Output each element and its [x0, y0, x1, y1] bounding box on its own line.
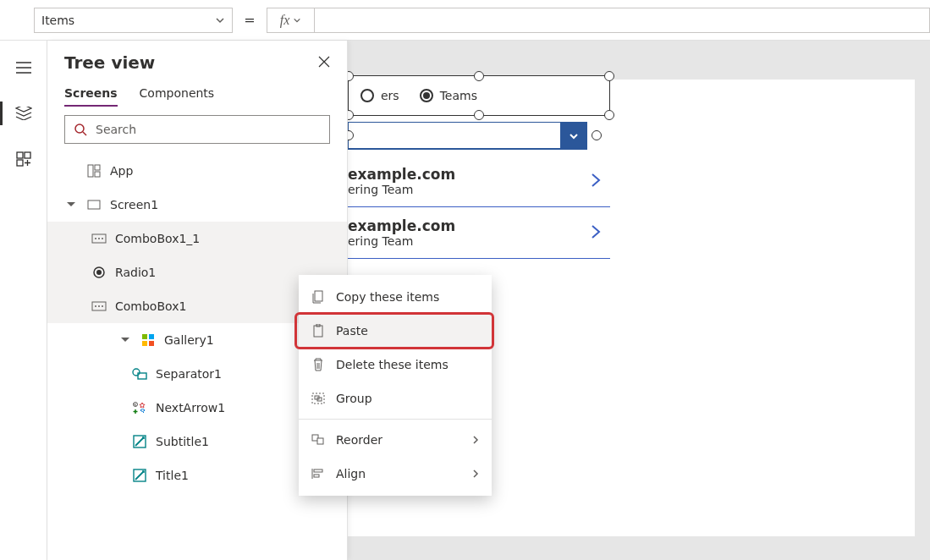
caret-icon	[118, 334, 132, 346]
align-icon	[311, 468, 326, 480]
tree-view-icon[interactable]	[8, 98, 39, 129]
equals-label: =	[233, 12, 267, 28]
gallery-item[interactable]: example.com ering Team	[348, 156, 610, 207]
svg-rect-28	[314, 326, 322, 337]
separator-icon	[132, 366, 147, 382]
context-menu: Copy these items Paste Delete these item…	[299, 275, 492, 496]
resize-handle[interactable]	[604, 110, 614, 120]
svg-rect-18	[142, 334, 147, 339]
gallery-item[interactable]: example.com ering Team	[348, 207, 610, 259]
chevron-right-icon[interactable]	[588, 222, 603, 244]
tab-screens[interactable]: Screens	[64, 81, 118, 107]
property-select[interactable]: Items	[34, 8, 233, 33]
chevron-down-icon	[215, 15, 225, 25]
resize-handle[interactable]	[474, 110, 484, 120]
tree-label: Gallery1	[164, 333, 214, 347]
reorder-icon	[311, 434, 326, 446]
panel-tabs: Screens Components	[47, 81, 347, 107]
radio-control[interactable]: ers Teams	[348, 75, 610, 116]
svg-rect-34	[317, 438, 323, 444]
menu-reorder[interactable]: Reorder	[299, 423, 492, 457]
tree-label: NextArrow1	[156, 401, 225, 415]
svg-rect-27	[315, 291, 322, 301]
label-icon	[132, 468, 147, 483]
svg-rect-2	[17, 160, 23, 166]
resize-handle[interactable]	[474, 71, 484, 81]
tree-node-screen1[interactable]: Screen1	[47, 188, 347, 222]
radio-icon	[91, 265, 107, 280]
gallery-item-subtitle: ering Team	[348, 234, 455, 248]
svg-rect-19	[149, 334, 154, 339]
resize-handle[interactable]	[592, 130, 602, 140]
svg-rect-36	[314, 475, 319, 477]
tree-label: App	[110, 164, 133, 178]
gallery-item-title: example.com	[348, 166, 455, 183]
menu-align[interactable]: Align	[299, 457, 492, 491]
close-icon[interactable]	[318, 55, 330, 71]
combobox-control[interactable]	[348, 122, 587, 150]
resize-handle[interactable]	[604, 71, 614, 81]
radio-dot-icon	[360, 89, 374, 102]
icons-icon	[132, 400, 147, 415]
svg-point-10	[98, 238, 100, 239]
fx-icon: fx	[280, 13, 290, 28]
formula-bar: Items = fx	[0, 0, 930, 41]
combobox-icon	[91, 299, 107, 314]
tree-label: ComboBox1_1	[115, 232, 200, 245]
tree-node-app[interactable]: App	[47, 154, 347, 188]
svg-rect-7	[88, 200, 100, 209]
svg-point-11	[102, 238, 103, 239]
svg-point-16	[98, 305, 100, 307]
menu-separator	[299, 419, 492, 420]
label-icon	[132, 434, 147, 449]
menu-paste[interactable]: Paste	[299, 314, 492, 348]
search-placeholder: Search	[96, 123, 136, 136]
tree-label: Title1	[156, 469, 189, 482]
insert-icon[interactable]	[8, 144, 39, 174]
svg-rect-35	[314, 469, 322, 472]
trash-icon	[311, 358, 326, 371]
screen-icon	[86, 197, 102, 212]
svg-rect-6	[95, 172, 100, 177]
radio-option-2[interactable]: Teams	[420, 89, 477, 102]
svg-point-9	[95, 238, 96, 239]
svg-point-15	[95, 305, 96, 307]
tree-label: Radio1	[115, 266, 156, 279]
left-rail	[0, 41, 47, 560]
search-input[interactable]: Search	[64, 115, 330, 144]
svg-rect-0	[17, 152, 23, 158]
svg-rect-5	[95, 165, 100, 170]
paste-icon	[311, 324, 326, 338]
chevron-right-icon[interactable]	[588, 170, 603, 193]
search-icon	[74, 123, 87, 136]
menu-delete[interactable]: Delete these items	[299, 348, 492, 382]
radio-option-1[interactable]: ers	[360, 89, 399, 102]
menu-copy[interactable]: Copy these items	[299, 280, 492, 314]
property-select-value: Items	[41, 14, 74, 27]
gallery-control[interactable]: example.com ering Team example.com ering…	[348, 156, 610, 259]
tree-node-combobox1-1[interactable]: ComboBox1_1	[47, 222, 347, 255]
gallery-icon	[140, 332, 156, 348]
gallery-item-subtitle: ering Team	[348, 183, 455, 196]
hamburger-icon[interactable]	[8, 52, 39, 83]
copy-icon	[311, 290, 326, 304]
svg-rect-20	[142, 341, 147, 346]
gallery-item-title: example.com	[348, 217, 455, 234]
svg-rect-30	[312, 393, 324, 404]
svg-point-13	[96, 270, 102, 275]
fx-button[interactable]: fx	[267, 8, 314, 33]
svg-rect-1	[25, 152, 30, 158]
formula-input[interactable]	[314, 8, 930, 33]
svg-rect-21	[149, 341, 154, 346]
chevron-right-icon	[471, 469, 480, 479]
tree-label: Separator1	[156, 367, 222, 381]
chevron-down-icon[interactable]	[560, 122, 587, 150]
tree-label: Subtitle1	[156, 435, 209, 448]
app-icon	[86, 163, 102, 178]
menu-group[interactable]: Group	[299, 382, 492, 415]
svg-rect-4	[88, 165, 93, 177]
caret-icon	[64, 199, 78, 211]
tab-components[interactable]: Components	[140, 81, 215, 107]
chevron-right-icon	[471, 435, 480, 445]
panel-title: Tree view	[64, 52, 155, 73]
